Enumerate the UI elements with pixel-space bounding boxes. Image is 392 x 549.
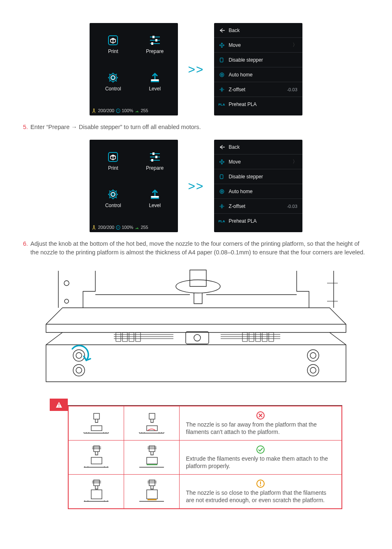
row-preheat-pla[interactable]: PLA Preheat PLA [214, 97, 302, 112]
motor-icon [219, 174, 225, 180]
back-arrow-icon [219, 28, 225, 33]
row-zoffset[interactable]: Z-offset -0.03 [214, 82, 302, 97]
pla-tag-icon: PLA [219, 218, 225, 224]
thermometer-icon [92, 108, 97, 113]
warning-row-good: Extrude the filaments evenly to make the… [68, 441, 342, 475]
tile-level-label: Level [149, 86, 161, 92]
step-5: 5. Enter “Prepare → Disable stepper” to … [23, 123, 369, 131]
step-6-text: Adjust the knob at the bottom of the hot… [30, 240, 369, 257]
row-preheat-pla[interactable]: PLAPreheat PLA [214, 214, 302, 228]
svg-point-49 [310, 353, 316, 358]
motor-icon [219, 57, 225, 63]
step-6: 6. Adjust the knob at the bottom of the … [23, 240, 369, 257]
printer-illustration [34, 267, 358, 386]
tile-level[interactable]: Level [134, 180, 176, 217]
error-circle-icon [256, 411, 265, 420]
warning-text-close: The nozzle is so close to the platform t… [186, 489, 335, 504]
home-screen-2: Print Prepare Control Level 200/200 100%… [90, 140, 178, 232]
tile-prepare-label: Prepare [146, 48, 164, 54]
cube-icon [107, 151, 119, 163]
thermometer-icon [92, 225, 97, 230]
svg-rect-52 [116, 332, 121, 341]
pla-tag-icon: PLA [219, 101, 225, 107]
prepare-menu-screen-2: Back Move〉 Disable stepper Auto home Z-o… [214, 140, 302, 232]
move-icon [219, 42, 225, 48]
svg-rect-78 [91, 490, 102, 499]
svg-point-41 [64, 281, 69, 286]
warning-row-close: The nozzle is so close to the platform t… [68, 475, 342, 509]
warning-header-strip [68, 400, 342, 406]
status-speed: 255 [141, 108, 148, 113]
status-bar: 200/200 100% 255 [92, 225, 175, 230]
row-move[interactable]: Move〉 [214, 155, 302, 169]
svg-point-62 [194, 334, 201, 341]
warning-text-far: The nozzle is so far away from the platf… [186, 421, 335, 436]
svg-rect-63 [94, 413, 99, 419]
svg-rect-54 [129, 332, 134, 341]
row-auto-home-label: Auto home [229, 72, 297, 78]
svg-rect-56 [256, 332, 261, 341]
nozzle-close-diagram-icon [80, 479, 113, 504]
gear-icon [107, 72, 119, 83]
warning-tab [50, 399, 68, 411]
svg-rect-55 [136, 332, 141, 341]
level-icon [149, 72, 161, 83]
row-move[interactable]: Move 〉 [214, 38, 302, 53]
svg-point-51 [310, 367, 316, 373]
row-back[interactable]: Back [214, 140, 302, 155]
cube-icon [107, 35, 119, 46]
status-fan: 100% [122, 108, 133, 113]
svg-point-50 [307, 364, 319, 376]
tile-control[interactable]: Control [92, 63, 134, 100]
tile-level[interactable]: Level [134, 63, 176, 100]
tile-print[interactable]: Print [92, 25, 134, 63]
fan-icon [116, 108, 120, 113]
warning-table: The nozzle is so far away from the platf… [68, 406, 342, 509]
tile-control[interactable]: Control [92, 180, 134, 217]
tile-prepare[interactable]: Prepare [134, 142, 176, 180]
tile-print-label: Print [108, 48, 118, 54]
svg-rect-74 [147, 457, 157, 464]
row-zoffset-label: Z-offset [229, 87, 283, 92]
row-auto-home[interactable]: Auto home [214, 184, 302, 199]
arrow-separator: >> [188, 62, 204, 76]
svg-point-44 [73, 350, 85, 361]
target-icon [219, 72, 225, 78]
nozzle-ok-diagram-icon [135, 445, 168, 470]
tile-prepare[interactable]: Prepare [134, 25, 176, 63]
svg-point-40 [65, 299, 69, 303]
row-move-label: Move [229, 42, 288, 48]
row-disable-stepper[interactable]: Disable stepper [214, 169, 302, 184]
speed-icon [135, 108, 139, 113]
check-circle-icon [256, 445, 265, 454]
row-disable-stepper[interactable]: Disable stepper [214, 53, 302, 67]
target-icon [219, 189, 225, 194]
svg-point-47 [76, 367, 82, 373]
status-temp: 200/200 [98, 108, 114, 113]
chevron-right-icon: 〉 [293, 42, 297, 48]
svg-rect-53 [122, 332, 127, 341]
nozzle-far-diagram-icon [135, 411, 168, 436]
step-5-number: 5. [23, 123, 28, 131]
svg-point-48 [307, 350, 319, 361]
chevron-right-icon: 〉 [293, 158, 297, 165]
tile-print[interactable]: Print [92, 142, 134, 180]
svg-rect-57 [262, 332, 267, 341]
svg-rect-59 [249, 332, 254, 341]
screen-pair-1: Print Prepare Control Level 200/200 100%… [23, 23, 369, 115]
crosshair-icon [219, 203, 225, 209]
warning-row-far: The nozzle is so far away from the platf… [68, 406, 342, 441]
nozzle-far-diagram-icon [80, 411, 113, 436]
row-back[interactable]: Back [214, 23, 302, 38]
row-zoffset-value: -0.03 [287, 87, 297, 92]
warning-block: The nozzle is so far away from the platf… [50, 400, 342, 509]
svg-rect-58 [269, 332, 274, 341]
row-zoffset[interactable]: Z-offset-0.03 [214, 199, 302, 214]
row-auto-home[interactable]: Auto home [214, 67, 302, 82]
svg-rect-82 [147, 490, 157, 499]
svg-rect-61 [186, 332, 209, 344]
warning-triangle-icon [55, 401, 62, 408]
speed-icon [135, 225, 139, 230]
svg-rect-65 [149, 413, 155, 419]
prepare-menu-screen: Back Move 〉 Disable stepper Auto home Z-… [214, 23, 302, 115]
